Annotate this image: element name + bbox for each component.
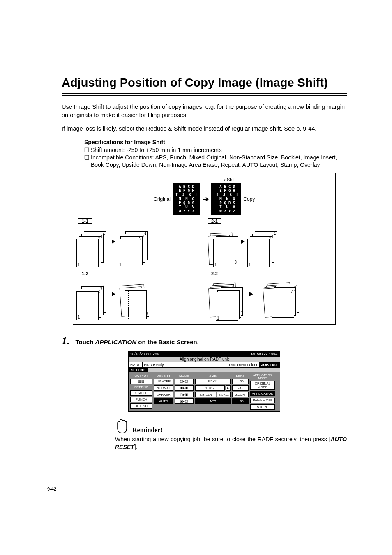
mode-2-2[interactable]: ▣▸▣ xyxy=(175,385,194,391)
panel-label: 1-1 xyxy=(78,218,92,224)
zoom-button[interactable]: ZOOM xyxy=(232,392,249,397)
intro-paragraph-2: If image loss is likely, select the Redu… xyxy=(62,125,347,133)
bullet-marker: ❏ xyxy=(84,154,90,161)
diagram-panel-2-1: 2-1 4 2 3 1 4 3 2 1 xyxy=(206,218,332,267)
store-button[interactable]: STORE xyxy=(250,404,275,410)
step-instruction: Touch APPLICATION on the Basic Screen. xyxy=(76,339,199,345)
setting-tab[interactable]: SETTING xyxy=(129,368,148,372)
reminder-text: When starting a new copying job, be sure… xyxy=(115,435,347,450)
setting-header: SETTING xyxy=(130,385,152,389)
reminder-hand-icon xyxy=(115,419,128,434)
arrow-icon: ➔ xyxy=(203,195,209,204)
panel-label: 2-1 xyxy=(208,218,221,224)
spec-text: Incompatible Conditions: APS, Punch, Mix… xyxy=(91,154,337,168)
screen-memory: MEMORY 100% xyxy=(251,352,278,356)
output-header: OUTPUT xyxy=(130,374,152,378)
output-icon-1[interactable]: ▦▦ xyxy=(130,379,152,384)
auto-button[interactable]: AUTO xyxy=(154,398,173,404)
aps-button[interactable]: APS xyxy=(195,398,231,404)
page-title: Adjusting Position of Copy Image (Image … xyxy=(62,76,347,94)
radf-label: RADF xyxy=(129,362,143,367)
bullet-marker: ❏ xyxy=(84,146,90,154)
staple-button[interactable]: STAPLE xyxy=(130,390,152,396)
arrow-icon xyxy=(249,288,253,299)
output-button[interactable]: OUTPUT xyxy=(130,403,152,409)
spec-item: ❏Shift amount: -250 to +250 mm in 1 mm i… xyxy=(84,146,347,154)
spec-block: Specifications for Image Shift ❏Shift am… xyxy=(84,139,347,169)
size-button[interactable]: 8.5×11R xyxy=(195,392,216,397)
size-header: SIZE xyxy=(195,374,231,378)
original-label: Original xyxy=(154,196,171,202)
hdd-label: HDD Ready xyxy=(143,362,166,367)
density-header: DENSITY xyxy=(154,374,173,378)
reminder-label: Reminder! xyxy=(132,426,163,434)
mode-2-1[interactable]: ▣▸▢ xyxy=(175,398,194,404)
normal-button[interactable]: NORMAL xyxy=(154,385,173,391)
screen-message: Align original on RADF unit xyxy=(129,357,280,362)
step-number: 1. xyxy=(62,335,70,347)
size-button[interactable]: 8.5×11 xyxy=(217,392,231,397)
job-list-button[interactable]: JOB LIST xyxy=(259,362,280,367)
original-mode-button[interactable]: ORIGINAL MODE xyxy=(250,381,275,390)
mode-header: MODE xyxy=(175,374,194,378)
page-number: 9-42 xyxy=(47,486,56,491)
spec-text: Shift amount: -250 to +250 mm in 1 mm in… xyxy=(91,147,222,153)
mode-1-2[interactable]: ▢▸▣ xyxy=(175,392,194,397)
diagram-panel-1-1: 1-1 4 3 2 1 4 3 2 1 xyxy=(76,218,203,267)
copy-label: Copy xyxy=(243,196,255,202)
letter-block-copy: A B C D E F G H I J K L M N O P Q R S T … xyxy=(211,183,241,215)
letter-block-original: A B C D E F G H I J K L M N O P Q R S T … xyxy=(173,183,200,215)
size-button[interactable]: 8.5×11 xyxy=(195,379,231,384)
lens-one-button[interactable]: 1.00 xyxy=(232,398,249,404)
intro-paragraph-1: Use Image Shift to adjust the position o… xyxy=(62,103,347,119)
diagram-panel-2-2: 2-2 8 6 4 2 7 5 3 1 8 6 4 2 1 xyxy=(206,271,332,320)
arrow-icon xyxy=(241,235,245,246)
step-1: 1. Touch APPLICATION on the Basic Screen… xyxy=(62,335,347,347)
shift-label: Shift xyxy=(227,177,236,182)
lens-header: LENS xyxy=(232,374,249,378)
diagram-panel-1-2: 1-2 4 3 2 1 4 2 3 1 xyxy=(76,271,203,320)
lighter-button[interactable]: LIGHTER xyxy=(154,379,173,384)
lens-value: 1.00 xyxy=(232,379,249,384)
image-shift-diagram: ⇢ Shift Original A B C D E F G H I J K L… xyxy=(73,173,336,325)
screen-datetime: 10/10/2003 15:06 xyxy=(130,352,159,356)
basic-screen-illustration: 10/10/2003 15:06 MEMORY 100% Align origi… xyxy=(128,351,280,412)
application-button[interactable]: APPLICATION xyxy=(250,391,275,396)
arrow-icon xyxy=(112,235,115,246)
arrow-icon xyxy=(112,288,115,299)
punch-button[interactable]: PUNCH xyxy=(130,397,152,402)
doc-folder-button[interactable]: Document Folder xyxy=(227,362,259,367)
size-arrow[interactable]: ▸ xyxy=(226,385,231,391)
darker-button[interactable]: DARKER xyxy=(154,392,173,397)
spec-item: ❏Incompatible Conditions: APS, Punch, Mi… xyxy=(84,154,347,168)
spec-heading: Specifications for Image Shift xyxy=(84,139,347,145)
panel-label: 1-2 xyxy=(78,271,92,276)
rotation-off-button[interactable]: Rotation OFF xyxy=(250,398,275,403)
size-button[interactable]: 11×17 xyxy=(195,385,225,391)
app-mode-header: APPLICATION MODE xyxy=(250,374,275,380)
mode-1-1[interactable]: ▢▸▢ xyxy=(175,379,194,384)
panel-label: 2-2 xyxy=(208,271,221,276)
lens-auto-button[interactable]: -A- xyxy=(232,385,249,391)
